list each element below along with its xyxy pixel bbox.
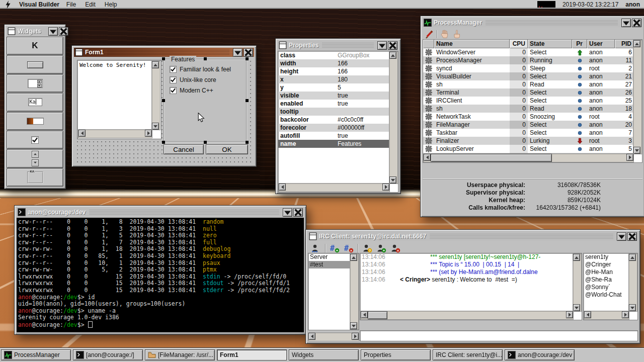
process-row[interactable]: Finalizer0Lurkingroot3 (423, 137, 634, 145)
process-vscrollbar[interactable] (633, 40, 642, 154)
selection-handle[interactable] (162, 57, 165, 60)
property-row[interactable]: tooltip (278, 108, 390, 116)
nick-item[interactable]: @Cringer (584, 261, 629, 268)
channel-item[interactable]: Server (308, 253, 351, 261)
scroll-left-button[interactable] (361, 311, 368, 318)
property-row[interactable]: nameFeatures (278, 140, 390, 148)
editor-hscrollbar[interactable] (78, 129, 152, 138)
checkbox-icon[interactable] (170, 66, 177, 73)
minimize-button[interactable] (233, 48, 243, 57)
user-whois-icon[interactable]: ? (362, 244, 372, 253)
selection-handle[interactable] (162, 141, 165, 144)
nick-item[interactable]: @He-Man (584, 268, 629, 276)
scroll-right-button[interactable] (145, 130, 152, 137)
widgets-titlebar[interactable]: Widgets (7, 27, 63, 36)
property-row[interactable]: y5 (278, 83, 390, 92)
process-row[interactable]: sh0Readanon27 (423, 80, 634, 88)
column-header-icon[interactable] (423, 40, 434, 48)
column-header-cpu[interactable]: CPU (510, 40, 528, 48)
process-row[interactable]: VisualBuilder0Selectanon21 (423, 72, 634, 80)
nick-item[interactable]: seren1ty (584, 253, 629, 261)
checkbox-row[interactable]: Familiar look & feel (170, 66, 246, 73)
scrollbar-thumb[interactable] (431, 154, 552, 162)
scroll-down-button[interactable] (633, 147, 640, 154)
widget-tool-groupbox[interactable]: KA (7, 168, 63, 187)
checkbox-icon[interactable] (170, 87, 177, 94)
taskbar-button--filemanager-usr-[interactable]: [FileManager: /usr/... (145, 349, 215, 360)
channel-item[interactable]: #test (308, 261, 351, 268)
checkbox-row[interactable]: Unix-like core (170, 76, 246, 83)
close-button[interactable] (388, 41, 397, 50)
menu-help[interactable]: Help (105, 1, 117, 8)
user-remove-icon[interactable]: × (390, 244, 400, 253)
taskbar-button-anon-courage-dev[interactable]: anon@courage:/dev (505, 349, 575, 360)
property-row[interactable]: backcolor#c0c0c0ff (278, 116, 390, 124)
irc-titlebar[interactable]: IRC Client: seren1ty@irc.dal.net:6667 (308, 232, 638, 241)
process-row[interactable]: IRCClient0Selectanon25 (423, 97, 634, 105)
property-row[interactable]: autofilltrue (278, 132, 390, 140)
column-header-pr[interactable]: Pr (572, 40, 587, 48)
property-row[interactable]: classGGroupBox (278, 51, 390, 59)
scroll-left-button[interactable] (424, 154, 431, 161)
process-row[interactable]: sh0Readanon18 (423, 105, 634, 113)
scroll-up-button[interactable] (573, 254, 580, 261)
channel-part-icon[interactable]: #× (344, 244, 354, 253)
kill-icon[interactable] (425, 30, 434, 39)
scroll-up-button[interactable] (389, 52, 396, 59)
property-row[interactable]: height166 (278, 67, 390, 75)
scroll-left-button[interactable] (308, 333, 315, 340)
taskbar-button-processmanager[interactable]: ProcessManager (1, 349, 71, 360)
chat-hscrollbar[interactable] (360, 311, 574, 320)
close-button[interactable] (293, 208, 303, 217)
selection-handle[interactable] (204, 141, 207, 144)
terminal-output[interactable]: crw-r--r-- 0 0 1, 8 2019-04-30 13:08:41 … (17, 218, 304, 332)
scroll-left-button[interactable] (78, 130, 86, 137)
widget-tool-progressbar[interactable] (7, 112, 63, 130)
user-query-icon[interactable] (311, 244, 321, 253)
minimize-button[interactable] (48, 27, 58, 36)
taskbar-button-irc-client-seren1ty-i-[interactable]: IRC Client: seren1ty@i... (433, 349, 503, 360)
property-row[interactable]: width166 (278, 59, 390, 67)
scrollbar-thumb[interactable] (368, 311, 387, 319)
scroll-right-button[interactable] (352, 333, 359, 340)
property-row[interactable]: visibletrue (278, 92, 390, 100)
process-manager-titlebar[interactable]: ProcessManager (423, 18, 642, 27)
scroll-left-button[interactable] (584, 311, 591, 318)
cancel-button[interactable]: Cancel (164, 144, 204, 154)
minimize-button[interactable] (377, 41, 387, 50)
ok-button[interactable]: OK (206, 144, 248, 154)
minimize-button[interactable] (283, 208, 292, 217)
nick-item[interactable]: @She-Ra (584, 276, 629, 284)
property-row[interactable]: forecolor#000000ff (278, 124, 390, 132)
scroll-up-button[interactable] (350, 254, 357, 261)
column-header-name[interactable]: Name (434, 40, 510, 48)
widget-tool-spinbox[interactable] (7, 74, 63, 93)
scroll-up-button[interactable] (152, 61, 159, 68)
widget-tool-button[interactable] (7, 55, 63, 73)
minimize-button[interactable] (621, 19, 631, 27)
process-row[interactable]: FileManager0Selectanon20 (423, 121, 634, 129)
properties-hscrollbar[interactable] (278, 183, 390, 192)
process-row[interactable]: Terminal0Selectanon26 (423, 88, 634, 97)
taskbar-button-properties[interactable]: Properties (361, 349, 431, 360)
scroll-down-button[interactable] (152, 123, 159, 130)
cpu-graph-applet[interactable] (537, 1, 555, 8)
nick-list-hscrollbar[interactable] (584, 311, 629, 320)
nick-item[interactable]: @World-Chat (584, 291, 629, 299)
channel-list-vscrollbar[interactable] (350, 253, 359, 330)
scroll-right-button[interactable] (622, 311, 629, 318)
taskbar-button-form1[interactable]: Form1 (217, 349, 287, 360)
scroll-right-button[interactable] (626, 154, 633, 161)
user-add-icon[interactable]: + (376, 244, 386, 253)
menu-file[interactable]: File (66, 1, 76, 8)
features-groupbox[interactable]: Features Familiar look & feelUnix-like c… (164, 59, 247, 142)
scroll-right-button[interactable] (566, 311, 573, 318)
selection-handle[interactable] (204, 57, 207, 60)
selection-handle[interactable] (246, 99, 249, 102)
channel-join-icon[interactable]: #+ (330, 244, 340, 253)
close-button[interactable] (632, 19, 641, 27)
close-button[interactable] (59, 27, 68, 36)
selection-handle[interactable] (246, 141, 249, 144)
property-row[interactable]: x180 (278, 75, 390, 83)
process-row[interactable]: syncd0Sleeproot2 (423, 64, 634, 72)
